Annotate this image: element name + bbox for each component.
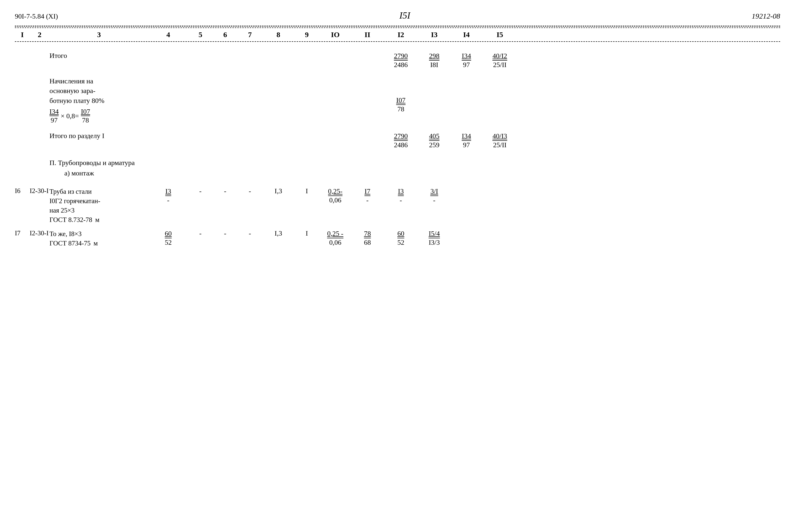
nach-result-frac: I07 78: [81, 108, 90, 125]
ir-col14-bot: 97: [463, 141, 470, 149]
nach-result-bot: 78: [82, 116, 89, 125]
i6-col11-top: I7: [364, 187, 370, 196]
ir-col12-bot: 2486: [394, 141, 408, 149]
ir-col13: 405 259: [418, 132, 450, 149]
i6-col5: -: [188, 187, 213, 195]
i7-unit: м: [94, 239, 98, 248]
i7-col13-bot: I3/3: [429, 238, 440, 247]
i6-col2: I2-30-I: [30, 187, 50, 195]
col-header-14: I4: [450, 31, 482, 39]
col-header-1: I: [15, 31, 30, 39]
nach-formula-mid: × 0,8=: [61, 111, 79, 121]
i6-col11-bot: -: [366, 196, 368, 204]
ir-col12-top: 2790: [394, 132, 408, 141]
nach-col12-top: I07: [396, 96, 405, 105]
section-ii-sub: а) монтаж: [64, 169, 780, 177]
col-header-5: 5: [188, 31, 213, 39]
itogo-col13: 298 I8I: [418, 52, 450, 69]
i7-col4: 60 52: [149, 229, 188, 246]
i6-unit: м: [95, 215, 99, 225]
i7-col6: -: [213, 229, 238, 237]
nach-line1: Начисления на: [50, 76, 149, 86]
itogo-col15-bot: 25/II: [493, 61, 507, 69]
i7-col2: I2-30-I: [30, 229, 50, 237]
nach-frac-top: I34: [50, 108, 59, 116]
i7-desc: То же, I8×3 ГОСТ 8734-75 м: [50, 229, 149, 248]
i6-col12: I3 -: [383, 187, 418, 204]
ir-label: Итого по разделу I: [50, 132, 149, 140]
nach-col12: I07 78: [383, 76, 418, 113]
ir-col15-top: 40/I3: [492, 132, 507, 141]
column-header-row: I 2 3 4 5 6 7 8 9 IO II I2 I3 I4 I5: [15, 27, 780, 42]
header-center: I5I: [399, 10, 410, 21]
col-header-8: 8: [262, 31, 295, 39]
i7-col10-top: 0,25 -: [327, 229, 343, 238]
i6-col10-top: 0,25-: [328, 187, 342, 196]
itogo-label: Итого: [50, 52, 149, 60]
row-i6: I6 I2-30-I Труба из стали I0Г2 горячекат…: [15, 187, 780, 224]
i6-col9: I: [295, 187, 319, 195]
col-header-15: I5: [482, 31, 517, 39]
itogo-razdel-row: Итого по разделу I 2790 2486 405 259 I34…: [15, 132, 780, 149]
i6-col12-top: I3: [398, 187, 403, 196]
i7-col4-top: 60: [165, 229, 172, 238]
itogo-col15-top: 40/I2: [492, 52, 507, 61]
col-header-7: 7: [238, 31, 262, 39]
col-header-10: IO: [319, 31, 351, 39]
nach-result-top: I07: [81, 108, 90, 116]
i7-gost: ГОСТ 8734-75: [50, 239, 91, 248]
itogo-col14-bot: 97: [463, 61, 470, 69]
nach-col12-bot: 78: [397, 105, 404, 113]
nach-formula-frac: I34 97: [50, 108, 59, 125]
i6-col13-bot: -: [433, 196, 435, 204]
top-divider: [15, 26, 780, 26]
itogo-col13-top: 298: [429, 52, 439, 61]
header-left: 90I-7-5.84 (XI): [15, 12, 58, 20]
nach-line2: основную зара-: [50, 86, 149, 96]
itogo-col13-bot: I8I: [430, 61, 438, 69]
i6-col13: 3/I -: [418, 187, 450, 204]
col-header-12: I2: [383, 31, 418, 39]
i7-col9: I: [295, 229, 319, 237]
itogo-col14: I34 97: [450, 52, 482, 69]
i6-col4: I3 -: [149, 187, 188, 204]
nach-desc: Начисления на основную зара- ботную плат…: [50, 76, 149, 125]
page-header: 90I-7-5.84 (XI) I5I 19212-08: [15, 10, 780, 21]
itogo-col14-top: I34: [462, 52, 471, 61]
ir-col12: 2790 2486: [383, 132, 418, 149]
content-area: Итого 2790 2486 298 I8I I34 97: [15, 52, 780, 248]
i7-desc-text: То же, I8×3: [50, 229, 82, 239]
section-ii-title: П. Трубопроводы и арматура: [50, 159, 780, 167]
i7-col13-top: I5/4: [429, 229, 440, 238]
i6-col7: -: [238, 187, 262, 195]
i7-col8: I,3: [262, 229, 295, 237]
i7-line1: То же, I8×3: [50, 229, 149, 239]
i6-col1: I6: [15, 187, 30, 195]
i7-col4-bot: 52: [165, 238, 172, 247]
col-header-3: 3: [50, 31, 149, 39]
nach-formula: I34 97 × 0,8= I07 78: [50, 108, 149, 125]
ir-col15-bot: 25/II: [493, 141, 507, 149]
i7-col5: -: [188, 229, 213, 237]
col-header-11: II: [351, 31, 383, 39]
i6-line1: Труба из стали: [50, 187, 149, 196]
i6-line2: I0Г2 горячекатан-: [50, 196, 149, 206]
ir-col13-top: 405: [429, 132, 439, 141]
itogo-col15: 40/I2 25/II: [482, 52, 517, 69]
nach-line3: ботную плату 80%: [50, 96, 149, 106]
i6-col10: 0,25- 0,06: [319, 187, 351, 204]
i6-col6: -: [213, 187, 238, 195]
ir-col13-bot: 259: [429, 141, 439, 149]
ir-col14-top: I34: [462, 132, 471, 141]
nachisleniya-row: Начисления на основную зара- ботную плат…: [15, 76, 780, 125]
itogo-col12: 2790 2486: [383, 52, 418, 69]
nach-frac-bot: 97: [51, 116, 58, 125]
col-header-13: I3: [418, 31, 450, 39]
i7-col12-bot: 52: [397, 238, 404, 247]
header-right: 19212-08: [752, 12, 780, 20]
col-header-4: 4: [149, 31, 188, 39]
row-i7: I7 I2-30-I То же, I8×3 ГОСТ 8734-75 м 60…: [15, 229, 780, 248]
i6-col11: I7 -: [351, 187, 383, 204]
itogo-col12-top: 2790: [394, 52, 408, 61]
i6-col8: I,3: [262, 187, 295, 195]
